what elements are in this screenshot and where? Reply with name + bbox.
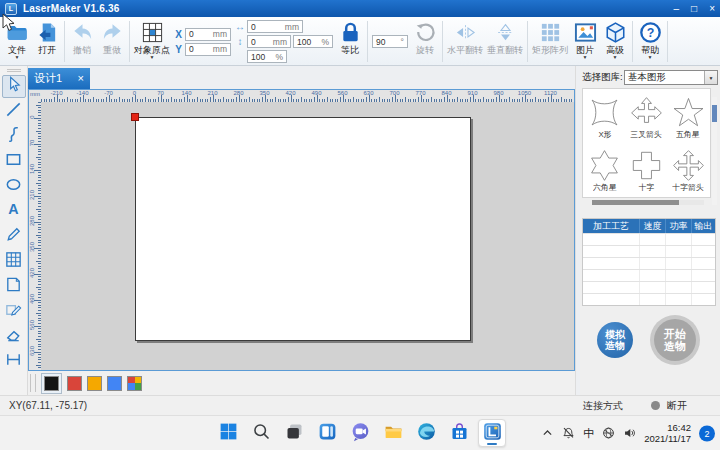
swatch-multi[interactable] [127,376,142,391]
swatch-black[interactable] [44,376,59,391]
minimize-button[interactable]: – [674,4,680,14]
taskbar-chat-button[interactable] [346,419,374,447]
start-button[interactable]: 开始 造物 [650,315,700,365]
page-icon [4,275,23,298]
tool-select[interactable] [2,75,26,98]
ruler-label: 420 [29,266,35,280]
redo-button[interactable]: 重做 [97,18,127,65]
table-row[interactable] [583,233,715,245]
x-input[interactable]: 0mm [185,28,231,41]
table-row[interactable] [583,245,715,257]
flip-vertical-button[interactable]: 垂直翻转 [485,18,525,65]
network-globe-icon[interactable] [602,427,615,440]
swatch-red[interactable] [67,376,82,391]
tool-grid[interactable] [2,250,26,273]
taskbar-edge-button[interactable] [412,419,440,447]
gallery-vertical-scrollbar[interactable] [712,97,717,205]
tool-pen[interactable] [2,225,26,248]
main-toolbar: 文件 ▼ 打开 撤销 重做 对象原点 ▼ X 0mm Y 0mm [0,17,720,66]
shape-star6 [588,149,621,182]
work-area-page[interactable] [135,117,471,341]
rotate-button[interactable]: 旋转 [410,18,440,65]
tool-line[interactable] [2,100,26,123]
close-button[interactable]: × [709,4,715,14]
tool-rectangle[interactable] [2,150,26,173]
taskbar-file-explorer-button[interactable] [379,419,407,447]
origin-marker[interactable] [131,113,139,121]
tab-close-icon[interactable]: × [78,73,84,84]
image-button[interactable]: 图片 ▼ [570,18,600,65]
tool-text[interactable]: A [2,200,26,223]
gallery-item-label: 六角星 [593,182,616,193]
table-row[interactable] [583,269,715,281]
widgets-icon [317,421,338,446]
angle-input[interactable]: 90° [372,35,408,48]
rect-array-button[interactable]: 矩形阵列 [530,18,570,65]
swatch-orange[interactable] [87,376,102,391]
maximize-button[interactable]: □ [691,4,697,14]
tool-dimension[interactable] [2,350,26,373]
palette-grip[interactable] [30,374,36,392]
taskbar-search-button[interactable] [247,419,275,447]
lock-ratio-button[interactable]: 等比 [335,18,365,65]
swatch-blue[interactable] [107,376,122,391]
chevron-down-icon: ▼ [15,55,20,60]
help-button[interactable]: ? 帮助 ▼ [635,18,665,65]
gallery-item-5[interactable]: 十字 [626,143,668,196]
undo-button[interactable]: 撤销 [67,18,97,65]
scrollbar-thumb[interactable] [712,105,717,122]
cube-icon [604,20,627,45]
taskbar-store-button[interactable] [445,419,473,447]
taskbar-start-button[interactable] [214,419,242,447]
taskbar-lasermaker-button[interactable] [478,419,506,447]
chevron-up-icon[interactable] [541,427,554,440]
scale-width-input[interactable]: 100% [293,35,333,48]
speaker-icon[interactable] [623,427,636,440]
shape-star5 [672,96,705,129]
gallery-select[interactable]: 基本图形 ▼ [624,70,718,85]
scale-height-input[interactable]: 100% [247,50,287,63]
notifications-off-icon[interactable] [562,427,575,440]
taskbar-task-view-button[interactable] [280,419,308,447]
design-viewport[interactable]: mm -210-140-7007014021028035042049056063… [28,89,575,371]
gallery-item-3[interactable]: 五角星 [667,90,709,143]
table-row[interactable] [583,281,715,293]
tab-design1[interactable]: 设计1 × [28,68,90,89]
taskbar-widgets-button[interactable] [313,419,341,447]
drawing-tools-sidebar: A [0,66,28,395]
advanced-button[interactable]: 高级 ▼ [600,18,630,65]
combo-dropdown-icon[interactable]: ▼ [704,71,717,84]
table-row[interactable] [583,257,715,269]
gallery-item-4[interactable]: 六角星 [584,143,626,196]
notification-badge[interactable]: 2 [699,425,715,441]
tool-curve[interactable] [2,125,26,148]
gallery-item-1[interactable]: X形 [584,90,626,143]
canvas-area[interactable] [41,102,574,370]
flip-horizontal-button[interactable]: 水平翻转 [445,18,485,65]
object-origin-button[interactable]: 对象原点 ▼ [132,18,172,65]
gallery-item-6[interactable]: 十字箭头 [667,143,709,196]
simulate-button[interactable]: 模拟 造物 [597,322,633,358]
toolbar-grip[interactable] [7,69,21,72]
width-input[interactable]: 0mm [247,20,303,33]
ime-indicator[interactable]: 中 [583,426,594,441]
table-row[interactable] [583,293,715,305]
tool-node-edit[interactable] [2,300,26,323]
tool-ellipse[interactable] [2,175,26,198]
y-input[interactable]: 0mm [185,43,231,56]
titlebar: L LaserMaker V1.6.36 – □ × [0,0,720,17]
gallery-item-2[interactable]: 三叉箭头 [626,90,668,143]
ruler-label: 280 [29,214,35,228]
flip-horizontal-icon [454,20,477,45]
gallery-horizontal-scrollbar[interactable] [592,200,704,205]
taskbar-clock[interactable]: 16:42 2021/11/17 [644,423,691,444]
open-button[interactable]: 打开 [32,18,62,65]
selected-swatch-box[interactable] [41,373,62,394]
scrollbar-thumb[interactable] [592,200,679,205]
tool-page[interactable] [2,275,26,298]
height-input[interactable]: 0mm [247,35,291,48]
origin-grid-icon [141,20,164,45]
task-view-icon [284,421,305,446]
tool-eraser[interactable] [2,325,26,348]
curve-icon [4,125,23,148]
